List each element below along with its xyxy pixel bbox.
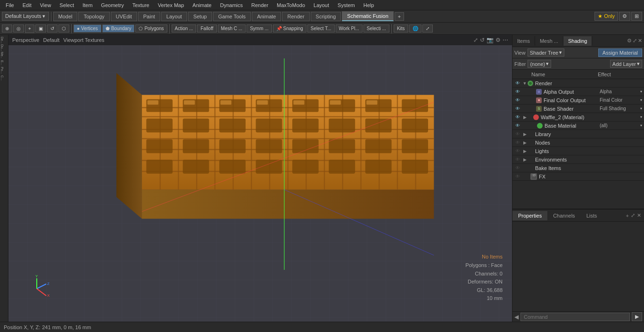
menu-texture[interactable]: Texture: [129, 1, 153, 9]
star-only-button[interactable]: ★ Only: [594, 12, 618, 21]
panel-icon-2[interactable]: ⤢: [633, 38, 637, 44]
menu-system[interactable]: System: [334, 1, 359, 9]
camera-icon[interactable]: 📷: [487, 37, 494, 43]
arrow-library[interactable]: ▶: [522, 131, 528, 137]
cmd-execute-button[interactable]: ▶: [632, 312, 642, 321]
refresh-icon[interactable]: ↺: [480, 37, 485, 43]
menu-item[interactable]: Item: [79, 1, 96, 9]
tree-item-finalcolor[interactable]: 👁 ■ Final Color Output Final Color▾: [512, 96, 644, 105]
menu-dynamics[interactable]: Dynamics: [216, 1, 247, 9]
tree-item-baseshader[interactable]: 👁 S Base Shader Full Shading▾: [512, 105, 644, 113]
tab-setup[interactable]: Setup: [188, 12, 212, 21]
vis-bake[interactable]: 👁: [514, 165, 521, 171]
tree-item-library[interactable]: 👁 ▶ Library: [512, 130, 644, 138]
arrow-lights[interactable]: ▶: [522, 148, 528, 154]
effect-basematerial[interactable]: (all)▾: [600, 123, 642, 128]
add-layer-button[interactable]: Add Layer▾: [610, 60, 642, 68]
snapping-btn[interactable]: 📌 Snapping: [273, 24, 306, 32]
menu-help[interactable]: Help: [360, 1, 378, 9]
arrow-render[interactable]: ▼: [522, 81, 528, 86]
tree-item-waffle[interactable]: 👁 ▶ Waffle_2 (Material) ▾: [512, 113, 644, 121]
menu-animate[interactable]: Animate: [189, 1, 215, 9]
effect-baseshader[interactable]: Full Shading▾: [600, 106, 642, 111]
tree-item-fx[interactable]: 👁 🎬 FX: [512, 172, 644, 181]
filter-dropdown[interactable]: (none)▾: [528, 60, 551, 68]
menu-maxtomodo[interactable]: MaxToModo: [273, 1, 309, 9]
tree-item-alpha[interactable]: 👁 α Alpha Output Alpha▾: [512, 88, 644, 96]
tree-item-basematerial[interactable]: 👁 Base Material (all)▾: [512, 121, 644, 130]
tab-shading[interactable]: Shading: [563, 36, 592, 46]
tab-render[interactable]: Render: [282, 12, 309, 21]
tree-item-render[interactable]: 👁 ▼ Render: [512, 79, 644, 88]
left-item-5[interactable]: Po...: [0, 67, 8, 73]
command-input[interactable]: [520, 313, 630, 321]
menu-view[interactable]: View: [36, 1, 55, 9]
arrow-nodes[interactable]: ▶: [522, 140, 528, 146]
radial-btn[interactable]: ◎: [13, 24, 24, 32]
menu-edit[interactable]: Edit: [19, 1, 35, 9]
vis-render[interactable]: 👁: [514, 80, 521, 87]
tree-item-lights[interactable]: 👁 ▶ Lights: [512, 147, 644, 155]
panel-icon-3[interactable]: ✕: [638, 38, 642, 44]
vis-finalcolor[interactable]: 👁: [514, 97, 521, 104]
tree-item-bake[interactable]: 👁 Bake Items: [512, 164, 644, 172]
tree-item-nodes[interactable]: 👁 ▶ Nodes: [512, 138, 644, 147]
settings-icon[interactable]: ⚙: [619, 12, 630, 21]
add-tab-button[interactable]: +: [395, 12, 404, 21]
maximize-btn[interactable]: ⤢: [422, 24, 433, 32]
tab-topology[interactable]: Topology: [78, 12, 109, 21]
left-item-2[interactable]: Du...: [0, 44, 8, 51]
tab-items[interactable]: Items: [512, 36, 535, 46]
globe-btn[interactable]: 🌐: [409, 24, 421, 32]
polygons-btn[interactable]: ⬠ Polygons: [135, 24, 167, 32]
viewport[interactable]: Perspective Default Viewport Textures ⤢ …: [8, 35, 512, 322]
tab-scripting[interactable]: Scripting: [311, 12, 341, 21]
select-t-btn[interactable]: Select T...: [307, 24, 335, 32]
tab-lists[interactable]: Lists: [581, 211, 603, 220]
vis-baseshader[interactable]: 👁: [514, 105, 521, 112]
vertices-btn[interactable]: ● Vertices: [74, 24, 101, 32]
shield-btn[interactable]: ⬡: [58, 24, 69, 32]
layouts-dropdown[interactable]: Default Layouts ▾: [2, 12, 49, 21]
menu-file[interactable]: File: [2, 1, 18, 9]
expand-panel-icon[interactable]: ⤢: [631, 212, 635, 219]
menu-layout[interactable]: Layout: [310, 1, 333, 9]
vis-fx[interactable]: 👁: [514, 173, 521, 180]
left-item-6[interactable]: C...: [0, 74, 8, 81]
effect-waffle[interactable]: ▾: [600, 115, 642, 119]
shader-tree-dropdown[interactable]: Shader Tree▾: [528, 49, 565, 57]
vis-waffle[interactable]: 👁: [514, 114, 521, 121]
vertex-btn[interactable]: ⌖: [25, 24, 34, 33]
vis-lights[interactable]: 👁: [514, 148, 521, 154]
tab-properties[interactable]: Properties: [512, 211, 547, 220]
kits-btn[interactable]: Kits: [394, 24, 408, 32]
vis-basematerial[interactable]: 👁: [514, 122, 521, 129]
arrow-waffle[interactable]: ▶: [522, 114, 528, 120]
tab-uvedit[interactable]: UVEdit: [111, 12, 137, 21]
close-panel-icon[interactable]: ✕: [637, 212, 641, 219]
vis-environments[interactable]: 👁: [514, 156, 521, 163]
transform-btn[interactable]: ⊕: [2, 24, 12, 32]
arrow-environments[interactable]: ▶: [522, 157, 528, 162]
move-icon[interactable]: ⤢: [473, 37, 478, 43]
menu-render[interactable]: Render: [248, 1, 272, 9]
effect-finalcolor[interactable]: Final Color▾: [600, 97, 642, 103]
vis-nodes[interactable]: 👁: [514, 139, 521, 146]
menu-geometry[interactable]: Geometry: [97, 1, 127, 9]
tab-model[interactable]: Model: [53, 12, 78, 21]
assign-material-button[interactable]: Assign Material: [598, 49, 642, 57]
tree-item-environments[interactable]: 👁 ▶ Environments: [512, 155, 644, 164]
tab-gametools[interactable]: Game Tools: [213, 12, 251, 21]
effect-alpha[interactable]: Alpha▾: [600, 89, 642, 94]
add-tab-icon[interactable]: +: [626, 213, 629, 219]
tab-paint[interactable]: Paint: [138, 12, 160, 21]
left-item-4[interactable]: E...: [0, 59, 8, 66]
vis-library[interactable]: 👁: [514, 131, 521, 138]
box-btn[interactable]: ▣: [35, 24, 46, 32]
selection-btn[interactable]: Selecti ...: [363, 24, 389, 32]
tab-mesh[interactable]: Mesh ...: [535, 36, 563, 46]
vis-alpha[interactable]: 👁: [514, 89, 521, 95]
left-item-3[interactable]: Me...: [0, 52, 8, 58]
tab-animate[interactable]: Animate: [252, 12, 281, 21]
symmetry-btn[interactable]: Symm ...: [247, 24, 272, 32]
